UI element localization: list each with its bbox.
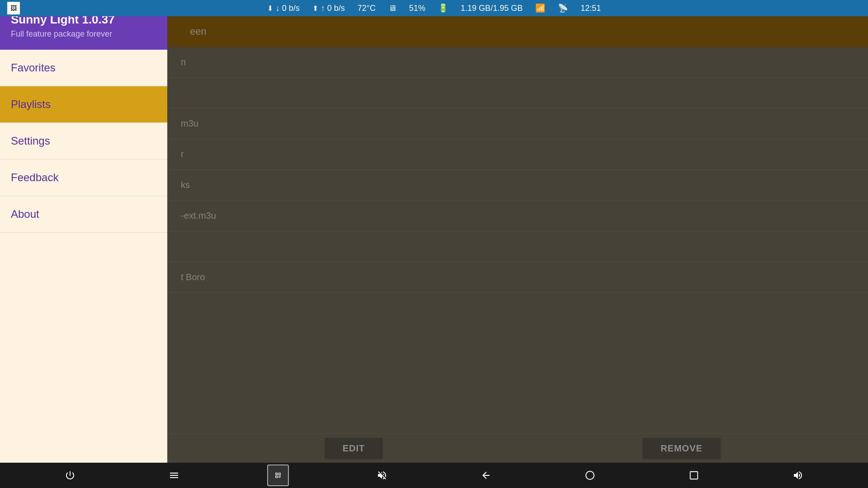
clock: 12:51 [580, 4, 601, 13]
upload-speed: ↑ 0 b/s [321, 4, 345, 13]
upload-stat: ⬆ ↑ 0 b/s [312, 4, 345, 13]
ram-usage: 1.19 GB/1.95 GB [461, 4, 523, 13]
about-label: About [11, 208, 39, 221]
menu-icon[interactable] [163, 465, 185, 486]
volume-mute-icon[interactable] [371, 465, 393, 486]
download-speed: ↓ 0 b/s [276, 4, 300, 13]
svg-point-0 [586, 471, 594, 479]
navigation-drawer: Sunny Light 1.0.37 Full feature package … [0, 0, 167, 488]
app-subtitle: Full feature package forever [11, 29, 156, 39]
sidebar-item-settings[interactable]: Settings [0, 123, 167, 160]
svg-rect-1 [690, 472, 698, 479]
sidebar-item-playlists[interactable]: Playlists [0, 86, 167, 123]
battery-icon: 🔋 [438, 3, 448, 13]
feedback-label: Feedback [11, 171, 58, 184]
upload-arrow: ⬆ [312, 4, 318, 13]
status-bar-left: 🖼 [7, 2, 20, 14]
drawer-menu: Favorites Playlists Settings Feedback Ab… [0, 50, 167, 488]
power-icon[interactable] [59, 465, 81, 486]
back-icon[interactable] [475, 465, 497, 486]
status-bar: 🖼 ⬇ ↓ 0 b/s ⬆ ↑ 0 b/s 72°C 🖥 51% 🔋 1.19 … [0, 0, 868, 16]
settings-label: Settings [11, 135, 50, 147]
signal-icon: 📶 [535, 3, 545, 13]
app-icon: 🖼 [7, 2, 20, 14]
download-arrow: ⬇ [267, 4, 273, 13]
home-icon[interactable] [579, 465, 601, 486]
wifi-icon: 📡 [558, 3, 568, 13]
sidebar-item-feedback[interactable]: Feedback [0, 160, 167, 196]
sidebar-item-about[interactable]: About [0, 196, 167, 233]
favorites-label: Favorites [11, 61, 56, 74]
temperature: 72°C [358, 4, 376, 13]
cpu-icon: 🖥 [388, 4, 396, 13]
playlists-label: Playlists [11, 98, 51, 111]
screenshot-icon[interactable] [267, 465, 289, 486]
recents-icon[interactable] [683, 465, 705, 486]
sidebar-item-favorites[interactable]: Favorites [0, 50, 167, 86]
download-stat: ⬇ ↓ 0 b/s [267, 4, 300, 13]
volume-up-icon[interactable] [787, 465, 809, 486]
system-nav-bar [0, 463, 868, 488]
status-bar-center: ⬇ ↓ 0 b/s ⬆ ↑ 0 b/s 72°C 🖥 51% 🔋 1.19 GB… [267, 3, 601, 13]
battery-percent: 51% [409, 4, 425, 13]
